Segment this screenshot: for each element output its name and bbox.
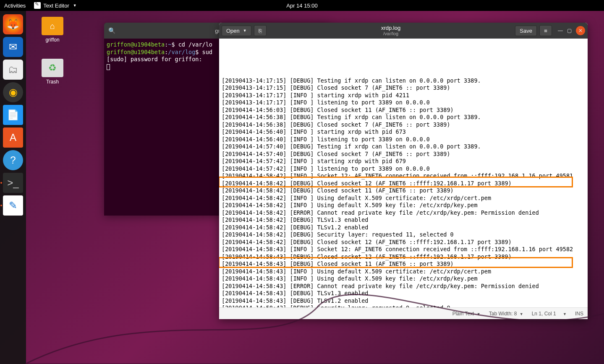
log-line: [20190414-14:56:03] [DEBUG] Closed socke… xyxy=(222,107,585,114)
log-line: [20190414-14:58:42] [INFO ] Using defaul… xyxy=(222,202,585,209)
dock-software[interactable]: A xyxy=(3,127,23,148)
dock-help[interactable]: ? xyxy=(3,150,23,170)
status-tabwidth[interactable]: Tab Width: 8 ▼ xyxy=(489,311,523,317)
app-menu[interactable]: Text Editor ▼ xyxy=(34,2,76,9)
desktop-home-folder[interactable]: griffon xyxy=(38,17,67,43)
gedit-content[interactable]: [20190413-14:17:15] [DEBUG] Testing if x… xyxy=(219,39,588,307)
clock[interactable]: Apr 14 15:00 xyxy=(286,3,317,9)
minimize-button[interactable]: — xyxy=(558,28,563,34)
log-line: [20190414-14:56:38] [DEBUG] Testing if x… xyxy=(222,114,585,121)
log-line: [20190414-14:58:43] [ERROR] Cannot read … xyxy=(222,283,585,290)
chevron-down-icon: ▼ xyxy=(243,29,247,33)
dock-files[interactable]: 🗂 xyxy=(3,60,23,80)
log-line: [20190414-14:58:42] [DEBUG] Closed socke… xyxy=(222,239,585,246)
log-line: [20190414-14:58:42] [DEBUG] Closed socke… xyxy=(222,180,585,187)
log-line: [20190414-14:58:43] [DEBUG] TLSv1.3 enab… xyxy=(222,290,585,297)
dock: 🦊 ✉ 🗂 ◉ 📄 A ? >_ ✎ xyxy=(0,11,26,364)
log-line: [20190414-14:57:42] [INFO ] starting xrd… xyxy=(222,158,585,165)
search-icon[interactable]: 🔍 xyxy=(108,27,115,34)
log-line: [20190414-14:58:42] [DEBUG] Closed socke… xyxy=(222,187,585,195)
activities-button[interactable]: Activities xyxy=(4,3,26,9)
log-line: [20190414-14:58:42] [INFO ] Socket 12: A… xyxy=(222,172,585,180)
status-lncol[interactable]: Ln 1, Col 1 ▼ xyxy=(532,311,567,317)
log-line: [20190414-14:58:43] [INFO ] Using defaul… xyxy=(222,275,585,283)
gedit-title: xrdp.log /var/log xyxy=(269,25,513,36)
trash-icon xyxy=(42,59,63,77)
dock-thunderbird[interactable]: ✉ xyxy=(3,37,23,57)
desktop-trash-label: Trash xyxy=(38,79,67,85)
save-label: Save xyxy=(520,28,532,34)
log-line: [20190414-14:58:42] [DEBUG] TLSv1.2 enab… xyxy=(222,224,585,231)
desktop-home-label: griffon xyxy=(38,37,67,43)
log-line: [20190414-14:58:42] [INFO ] Using defaul… xyxy=(222,195,585,202)
hamburger-menu-button[interactable]: ≡ xyxy=(539,25,552,36)
log-line: [20190413-14:17:15] [DEBUG] Testing if x… xyxy=(222,77,585,85)
log-line: [20190414-14:56:38] [DEBUG] Closed socke… xyxy=(222,121,585,129)
status-language[interactable]: Plain Text ▼ xyxy=(452,311,481,317)
status-ins: INS xyxy=(575,311,583,317)
desktop-trash[interactable]: Trash xyxy=(38,59,67,85)
new-tab-button[interactable]: ⎘ xyxy=(254,25,267,36)
open-button[interactable]: Open ▼ xyxy=(222,26,251,36)
log-line: [20190414-14:57:40] [DEBUG] Testing if x… xyxy=(222,143,585,151)
close-button[interactable]: ✕ xyxy=(576,26,585,35)
text-editor-icon xyxy=(34,2,41,9)
gedit-statusbar: Plain Text ▼ Tab Width: 8 ▼ Ln 1, Col 1 … xyxy=(219,307,588,319)
log-line: [20190414-14:58:43] [DEBUG] Closed socke… xyxy=(222,260,585,268)
log-line: [20190413-14:17:17] [INFO ] listening to… xyxy=(222,99,585,107)
gedit-title-text: xrdp.log xyxy=(269,25,513,31)
log-line: [20190414-14:58:43] [INFO ] Using defaul… xyxy=(222,268,585,276)
log-line: [20190414-14:58:42] [DEBUG] TLSv1.3 enab… xyxy=(222,216,585,224)
window-controls: — ▢ ✕ xyxy=(558,26,585,35)
app-menu-label: Text Editor xyxy=(43,3,69,9)
save-button[interactable]: Save xyxy=(515,26,537,36)
log-line: [20190414-14:58:43] [DEBUG] Security lay… xyxy=(222,304,585,307)
log-line: [20190414-14:58:43] [INFO ] Socket 12: A… xyxy=(222,246,585,253)
log-line: [20190414-14:57:40] [DEBUG] Closed socke… xyxy=(222,151,585,158)
dock-writer[interactable]: 📄 xyxy=(3,105,23,125)
open-label: Open xyxy=(226,28,240,34)
log-line: [20190414-14:58:42] [DEBUG] Security lay… xyxy=(222,231,585,239)
dock-firefox[interactable]: 🦊 xyxy=(3,14,23,34)
gedit-subtitle: /var/log xyxy=(269,31,513,36)
log-line: [20190414-14:57:42] [INFO ] listening to… xyxy=(222,165,585,173)
log-line: [20190414-14:56:40] [INFO ] starting xrd… xyxy=(222,128,585,136)
log-line: [20190414-14:58:43] [DEBUG] Closed socke… xyxy=(222,253,585,261)
log-line: [20190414-14:58:42] [ERROR] Cannot read … xyxy=(222,209,585,217)
gedit-window: Open ▼ ⎘ xrdp.log /var/log Save ≡ — ▢ ✕ … xyxy=(219,23,588,319)
log-line: [20190414-14:58:43] [DEBUG] TLSv1.2 enab… xyxy=(222,297,585,305)
log-line: [20190413-14:17:17] [INFO ] starting xrd… xyxy=(222,92,585,99)
maximize-button[interactable]: ▢ xyxy=(567,28,572,34)
folder-home-icon xyxy=(42,17,63,35)
dock-terminal[interactable]: >_ xyxy=(3,173,23,193)
dock-text-editor[interactable]: ✎ xyxy=(3,195,23,216)
chevron-down-icon: ▼ xyxy=(73,3,77,8)
gedit-headerbar: Open ▼ ⎘ xrdp.log /var/log Save ≡ — ▢ ✕ xyxy=(219,23,588,39)
dock-rhythmbox[interactable]: ◉ xyxy=(3,82,23,102)
log-line: [20190413-14:17:15] [DEBUG] Closed socke… xyxy=(222,84,585,92)
log-line: [20190414-14:56:40] [INFO ] listening to… xyxy=(222,136,585,143)
top-panel: Activities Text Editor ▼ Apr 14 15:00 xyxy=(0,0,604,11)
